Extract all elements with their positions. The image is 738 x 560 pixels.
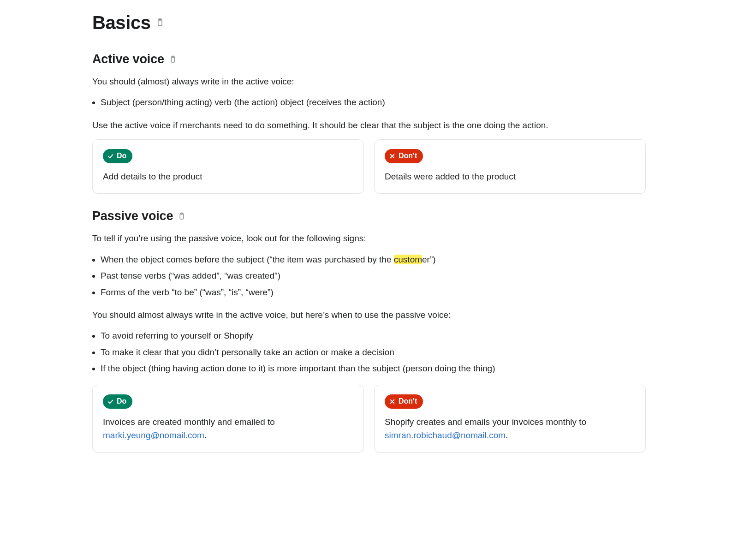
clipboard-icon[interactable] xyxy=(155,18,165,27)
paragraph: You should almost always write in the ac… xyxy=(92,308,646,322)
text: er”) xyxy=(422,255,436,264)
do-card: Do Invoices are created monthly and emai… xyxy=(92,385,364,453)
do-badge: Do xyxy=(103,149,132,163)
paragraph: To tell if you’re using the passive voic… xyxy=(92,232,646,245)
card-body: Details were added to the product xyxy=(385,170,635,183)
example-cards: Do Add details to the product Don't Deta… xyxy=(92,139,646,194)
check-icon xyxy=(107,153,114,160)
list-item: Past tense verbs (“was added”, “was crea… xyxy=(101,269,646,282)
list-item: To make it clear that you didn’t persona… xyxy=(101,346,646,359)
dont-card: Don't Details were added to the product xyxy=(374,139,646,194)
text: When the object comes before the subject… xyxy=(101,255,394,264)
text: Invoices are created monthly and emailed… xyxy=(103,417,275,427)
clipboard-icon[interactable] xyxy=(169,55,177,64)
page-title: Basics xyxy=(92,8,646,37)
card-body: Shopify creates and emails your invoices… xyxy=(385,415,635,442)
dont-badge: Don't xyxy=(385,149,423,163)
email-link[interactable]: simran.robichaud@nomail.com xyxy=(385,430,506,440)
example-cards: Do Invoices are created monthly and emai… xyxy=(92,385,646,453)
do-card: Do Add details to the product xyxy=(92,139,364,194)
list-item: If the object (thing having action done … xyxy=(101,362,646,375)
text: Shopify creates and emails your invoices… xyxy=(385,417,586,427)
section-heading-passive-voice: Passive voice xyxy=(92,207,646,226)
text: . xyxy=(506,430,508,440)
list-item: To avoid referring to yourself or Shopif… xyxy=(101,329,646,342)
heading-text: Passive voice xyxy=(92,207,173,226)
card-body: Invoices are created monthly and emailed… xyxy=(103,415,353,442)
email-link[interactable]: marki.yeung@nomail.com xyxy=(103,430,204,440)
heading-text: Active voice xyxy=(92,50,164,69)
list-item: Forms of the verb “to be” (“was”, “is”, … xyxy=(101,286,646,299)
check-icon xyxy=(107,398,114,405)
do-badge: Do xyxy=(103,394,132,409)
badge-label: Do xyxy=(117,396,126,407)
bullet-list: To avoid referring to yourself or Shopif… xyxy=(92,329,646,375)
highlighted-text: custom xyxy=(394,255,422,264)
dont-badge: Don't xyxy=(385,394,423,409)
list-item: When the object comes before the subject… xyxy=(101,253,646,266)
x-icon xyxy=(389,398,396,405)
badge-label: Do xyxy=(117,150,126,162)
clipboard-icon[interactable] xyxy=(178,212,186,220)
bullet-list: Subject (person/thing acting) verb (the … xyxy=(92,95,646,109)
paragraph: You should (almost) always write in the … xyxy=(92,75,646,88)
card-body: Add details to the product xyxy=(103,170,353,183)
badge-label: Don't xyxy=(399,396,417,407)
list-item: Subject (person/thing acting) verb (the … xyxy=(101,95,646,109)
text: . xyxy=(204,430,207,440)
x-icon xyxy=(389,153,396,160)
section-heading-active-voice: Active voice xyxy=(92,50,646,69)
badge-label: Don't xyxy=(399,150,417,162)
paragraph: Use the active voice if merchants need t… xyxy=(92,119,646,132)
bullet-list: When the object comes before the subject… xyxy=(92,253,646,299)
page-title-text: Basics xyxy=(92,8,151,37)
dont-card: Don't Shopify creates and emails your in… xyxy=(374,385,646,453)
